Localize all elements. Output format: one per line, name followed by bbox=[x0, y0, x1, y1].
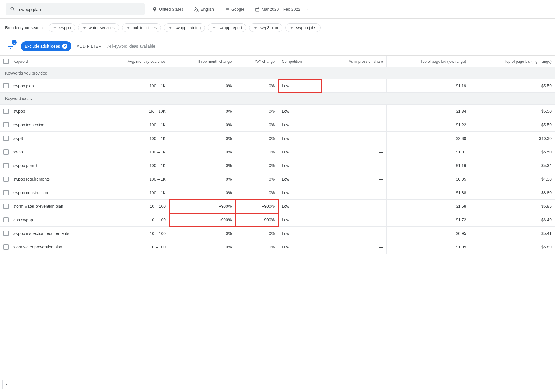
table-row: swppp permit 100 – 1K 0% 0% Low — $1.16 … bbox=[0, 159, 555, 172]
location-filter[interactable]: United States bbox=[149, 5, 186, 14]
bid-high: $10.30 bbox=[470, 132, 555, 145]
broaden-chip[interactable]: swppp report bbox=[208, 23, 246, 32]
network-filter[interactable]: Google bbox=[221, 5, 247, 14]
avg-searches: 10 – 100 bbox=[98, 200, 169, 213]
competition: Low bbox=[278, 145, 321, 159]
table-row: swppp construction 100 – 1K 0% 0% Low — … bbox=[0, 186, 555, 200]
row-checkbox[interactable] bbox=[3, 83, 9, 88]
search-box[interactable] bbox=[6, 3, 145, 15]
yoy-change: 0% bbox=[235, 132, 278, 145]
table-row: stormwater prevention plan 10 – 100 0% 0… bbox=[0, 240, 555, 254]
search-input[interactable] bbox=[19, 7, 140, 12]
three-month-change: 0% bbox=[169, 132, 235, 145]
three-month-change: 0% bbox=[169, 145, 235, 159]
yoy-change: 0% bbox=[235, 79, 278, 93]
table-row: storm water prevention plan 10 – 100 +90… bbox=[0, 200, 555, 213]
add-filter-button[interactable]: ADD FILTER bbox=[77, 44, 101, 49]
table-row: swppp 1K – 10K 0% 0% Low — $1.34 $5.50 bbox=[0, 105, 555, 118]
chip-label: swppp report bbox=[219, 25, 242, 30]
column-ad-share[interactable]: Ad impression share bbox=[321, 56, 386, 67]
table-row: swppp inspection requirements 10 – 100 0… bbox=[0, 227, 555, 240]
bid-low: $1.95 bbox=[386, 240, 470, 254]
chip-label: swppp bbox=[59, 25, 71, 30]
chip-label: water services bbox=[89, 25, 114, 30]
three-month-change: 0% bbox=[169, 186, 235, 200]
three-month-change: +900% bbox=[169, 213, 235, 227]
section-header: Keyword ideas bbox=[0, 93, 555, 105]
competition: Low bbox=[278, 118, 321, 132]
plus-icon bbox=[53, 26, 57, 30]
column-competition[interactable]: Competition bbox=[278, 56, 321, 67]
column-avg[interactable]: Avg. monthly searches bbox=[98, 56, 169, 67]
filter-count-badge: 1 bbox=[12, 40, 17, 45]
row-checkbox[interactable] bbox=[3, 109, 9, 114]
yoy-change: 0% bbox=[235, 118, 278, 132]
yoy-change: 0% bbox=[235, 159, 278, 172]
location-label: United States bbox=[159, 7, 183, 12]
broaden-label: Broaden your search: bbox=[5, 25, 44, 30]
ad-impression-share: — bbox=[321, 213, 386, 227]
chip-label: swppp training bbox=[175, 25, 201, 30]
broaden-chip[interactable]: water services bbox=[78, 23, 119, 32]
ad-impression-share: — bbox=[321, 186, 386, 200]
select-all-checkbox[interactable] bbox=[3, 59, 9, 64]
broaden-chip[interactable]: swppp bbox=[49, 23, 75, 32]
plus-icon bbox=[212, 26, 216, 30]
broaden-chip[interactable]: swppp training bbox=[164, 23, 205, 32]
column-three-month[interactable]: Three month change bbox=[169, 56, 235, 67]
exclude-adult-pill[interactable]: Exclude adult ideas ✕ bbox=[21, 41, 71, 51]
ad-impression-share: — bbox=[321, 118, 386, 132]
three-month-change: 0% bbox=[169, 240, 235, 254]
yoy-change: 0% bbox=[235, 186, 278, 200]
table-row: swp3 100 – 1K 0% 0% Low — $2.39 $10.30 bbox=[0, 132, 555, 145]
exclude-adult-label: Exclude adult ideas bbox=[25, 44, 60, 49]
row-checkbox[interactable] bbox=[3, 177, 9, 182]
search-icon bbox=[10, 6, 16, 12]
close-icon[interactable]: ✕ bbox=[62, 44, 67, 49]
competition: Low bbox=[278, 132, 321, 145]
avg-searches: 100 – 1K bbox=[98, 145, 169, 159]
bid-high: $5.41 bbox=[470, 227, 555, 240]
row-checkbox[interactable] bbox=[3, 122, 9, 127]
row-checkbox[interactable] bbox=[3, 163, 9, 168]
broaden-chip[interactable]: public utilities bbox=[122, 23, 161, 32]
avg-searches: 1K – 10K bbox=[98, 105, 169, 118]
keyword-text: swppp plan bbox=[13, 83, 34, 88]
three-month-change: 0% bbox=[169, 79, 235, 93]
column-bid-low[interactable]: Top of page bid (low range) bbox=[386, 56, 470, 67]
bid-low: $1.19 bbox=[386, 79, 470, 93]
keyword-text: swppp construction bbox=[13, 190, 48, 195]
dropdown-icon bbox=[306, 8, 310, 11]
row-checkbox[interactable] bbox=[3, 231, 9, 236]
row-checkbox[interactable] bbox=[3, 244, 9, 250]
competition: Low bbox=[278, 213, 321, 227]
row-checkbox[interactable] bbox=[3, 204, 9, 209]
row-checkbox[interactable] bbox=[3, 149, 9, 155]
keyword-text: swppp inspection bbox=[13, 122, 44, 127]
location-icon bbox=[152, 7, 157, 12]
keyword-text: swppp inspection requirements bbox=[13, 231, 69, 236]
filter-row: 1 Exclude adult ideas ✕ ADD FILTER 74 ke… bbox=[0, 37, 555, 55]
row-checkbox[interactable] bbox=[3, 217, 9, 222]
ad-impression-share: — bbox=[321, 105, 386, 118]
filter-funnel[interactable]: 1 bbox=[5, 41, 16, 51]
row-checkbox[interactable] bbox=[3, 136, 9, 141]
bid-low: $0.95 bbox=[386, 227, 470, 240]
broaden-chip[interactable]: swppp jobs bbox=[285, 23, 321, 32]
column-yoy[interactable]: YoY change bbox=[235, 56, 278, 67]
competition: Low bbox=[278, 105, 321, 118]
bid-high: $5.50 bbox=[470, 145, 555, 159]
keyword-text: swppp permit bbox=[13, 163, 37, 168]
bid-high: $5.34 bbox=[470, 159, 555, 172]
column-bid-high[interactable]: Top of page bid (high range) bbox=[470, 56, 555, 67]
column-keyword[interactable]: Keyword bbox=[13, 59, 28, 64]
language-filter[interactable]: English bbox=[191, 5, 217, 14]
date-filter[interactable]: Mar 2020 – Feb 2022 bbox=[252, 5, 312, 14]
broaden-chip[interactable]: swp3 plan bbox=[249, 23, 282, 32]
ad-impression-share: — bbox=[321, 172, 386, 186]
yoy-change: 0% bbox=[235, 105, 278, 118]
avg-searches: 100 – 1K bbox=[98, 132, 169, 145]
table-row: swppp requirements 100 – 1K 0% 0% Low — … bbox=[0, 172, 555, 186]
row-checkbox[interactable] bbox=[3, 190, 9, 195]
bid-low: $1.91 bbox=[386, 145, 470, 159]
